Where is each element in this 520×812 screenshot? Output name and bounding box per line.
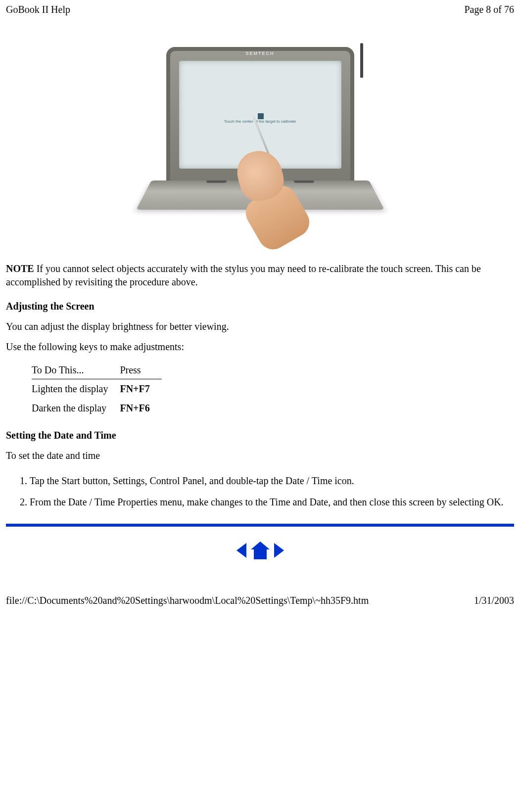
footer-bar: file://C:\Documents%20and%20Settings\har… bbox=[0, 595, 520, 610]
svg-marker-0 bbox=[236, 543, 246, 558]
separator-bar bbox=[6, 524, 514, 527]
note-text: If you cannot select objects accurately … bbox=[6, 263, 481, 287]
home-icon bbox=[250, 541, 271, 560]
table-cell-action: Lighten the display bbox=[32, 379, 120, 399]
laptop-illustration: SEMTECH Touch the center of the target t… bbox=[151, 47, 369, 245]
table-row: Darken the display FN+F6 bbox=[32, 399, 162, 418]
nav-prev-button[interactable] bbox=[236, 544, 250, 555]
page-indicator: Page 8 of 76 bbox=[464, 4, 514, 15]
triangle-right-icon bbox=[273, 542, 285, 559]
table-cell-action: Darken the display bbox=[32, 399, 120, 418]
header-bar: GoBook II Help Page 8 of 76 bbox=[0, 0, 520, 17]
nav-icon-row bbox=[6, 541, 514, 560]
triangle-left-icon bbox=[236, 542, 247, 559]
brand-label: SEMTECH bbox=[245, 51, 274, 56]
heading-date-time: Setting the Date and Time bbox=[6, 430, 514, 441]
footer-date: 1/31/2003 bbox=[474, 595, 514, 606]
note-paragraph: NOTE If you cannot select objects accura… bbox=[6, 262, 514, 289]
table-header-key: Press bbox=[120, 361, 161, 379]
table-cell-key: FN+F7 bbox=[120, 379, 161, 399]
datetime-intro: To set the date and time bbox=[6, 450, 514, 461]
calibration-text: Touch the center of the target to calibr… bbox=[179, 119, 341, 124]
adjustment-table: To Do This... Press Lighten the display … bbox=[32, 361, 162, 418]
content-area: SEMTECH Touch the center of the target t… bbox=[0, 47, 520, 560]
adjusting-intro: You can adjust the display brightness fo… bbox=[6, 321, 514, 332]
heading-adjusting-screen: Adjusting the Screen bbox=[6, 301, 514, 312]
table-header-action: To Do This... bbox=[32, 361, 120, 379]
nav-home-button[interactable] bbox=[250, 544, 273, 555]
svg-marker-1 bbox=[251, 541, 270, 559]
nav-next-button[interactable] bbox=[273, 544, 285, 555]
note-label: NOTE bbox=[6, 263, 34, 274]
product-image: SEMTECH Touch the center of the target t… bbox=[6, 47, 514, 247]
adjusting-instruction: Use the following keys to make adjustmen… bbox=[6, 341, 514, 353]
table-row: Lighten the display FN+F7 bbox=[32, 379, 162, 399]
footer-path: file://C:\Documents%20and%20Settings\har… bbox=[6, 595, 369, 606]
svg-marker-2 bbox=[274, 543, 284, 558]
table-cell-key: FN+F6 bbox=[120, 399, 161, 418]
calibration-target-icon bbox=[258, 113, 264, 119]
list-item: From the Date / Time Properties menu, ma… bbox=[30, 492, 514, 513]
datetime-steps: Tap the Start button, Settings, Control … bbox=[6, 470, 514, 513]
doc-title: GoBook II Help bbox=[6, 4, 70, 15]
list-item: Tap the Start button, Settings, Control … bbox=[30, 470, 514, 492]
